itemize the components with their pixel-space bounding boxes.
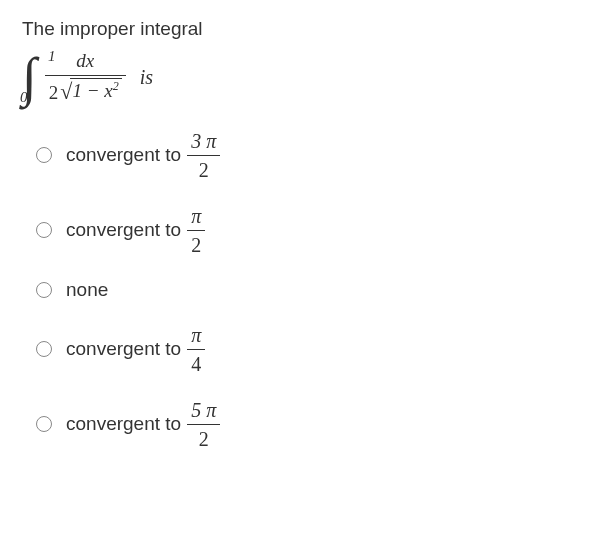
- radio-button[interactable]: [36, 222, 52, 238]
- radicand-expr: 1 − x: [72, 80, 112, 101]
- frac-den: 2: [195, 158, 213, 182]
- frac-num: π: [187, 204, 205, 228]
- option-content: convergent to π 2: [66, 204, 205, 257]
- frac-num: 3 π: [187, 129, 220, 153]
- option-text: convergent to: [66, 338, 181, 360]
- question-stem: The improper integral: [22, 18, 582, 40]
- integrand-fraction: dx 2√1 − x2: [45, 50, 126, 105]
- radio-button[interactable]: [36, 416, 52, 432]
- integrand-denominator: 2√1 − x2: [45, 78, 126, 105]
- frac-den: 2: [187, 233, 205, 257]
- frac-den: 4: [187, 352, 205, 376]
- option-content: convergent to 5 π 2: [66, 398, 220, 451]
- radicand-exp: 2: [113, 79, 119, 93]
- radicand: 1 − x2: [70, 78, 121, 103]
- radio-button[interactable]: [36, 341, 52, 357]
- option-content: convergent to π 4: [66, 323, 205, 376]
- radio-button[interactable]: [36, 282, 52, 298]
- fraction-bar: [45, 75, 126, 76]
- option-row: convergent to 5 π 2: [36, 398, 582, 451]
- option-content: none: [66, 279, 108, 301]
- option-row: convergent to 3 π 2: [36, 129, 582, 182]
- option-text: convergent to: [66, 413, 181, 435]
- question-page: The improper integral ∫ 1 0 dx 2√1 − x2 …: [0, 0, 604, 469]
- integral-upper-limit: 1: [48, 48, 56, 65]
- is-word: is: [140, 66, 153, 89]
- frac-num: π: [187, 323, 205, 347]
- option-text: convergent to: [66, 144, 181, 166]
- fraction-bar: [187, 349, 205, 350]
- option-content: convergent to 3 π 2: [66, 129, 220, 182]
- option-text: convergent to: [66, 219, 181, 241]
- radio-button[interactable]: [36, 147, 52, 163]
- integral-lower-limit: 0: [20, 89, 28, 106]
- integral-sign-block: ∫ 1 0: [22, 50, 37, 104]
- option-text: none: [66, 279, 108, 301]
- option-row: convergent to π 4: [36, 323, 582, 376]
- integral-expression: ∫ 1 0 dx 2√1 − x2 is: [22, 50, 582, 105]
- option-fraction: π 2: [187, 204, 205, 257]
- integrand-numerator: dx: [72, 50, 98, 73]
- fraction-bar: [187, 155, 220, 156]
- sqrt: √1 − x2: [60, 78, 121, 103]
- option-row: convergent to π 2: [36, 204, 582, 257]
- option-fraction: 5 π 2: [187, 398, 220, 451]
- option-fraction: π 4: [187, 323, 205, 376]
- option-row: none: [36, 279, 582, 301]
- denom-coeff: 2: [49, 82, 59, 103]
- option-fraction: 3 π 2: [187, 129, 220, 182]
- fraction-bar: [187, 230, 205, 231]
- frac-num: 5 π: [187, 398, 220, 422]
- options-list: convergent to 3 π 2 convergent to π 2: [36, 129, 582, 451]
- frac-den: 2: [195, 427, 213, 451]
- fraction-bar: [187, 424, 220, 425]
